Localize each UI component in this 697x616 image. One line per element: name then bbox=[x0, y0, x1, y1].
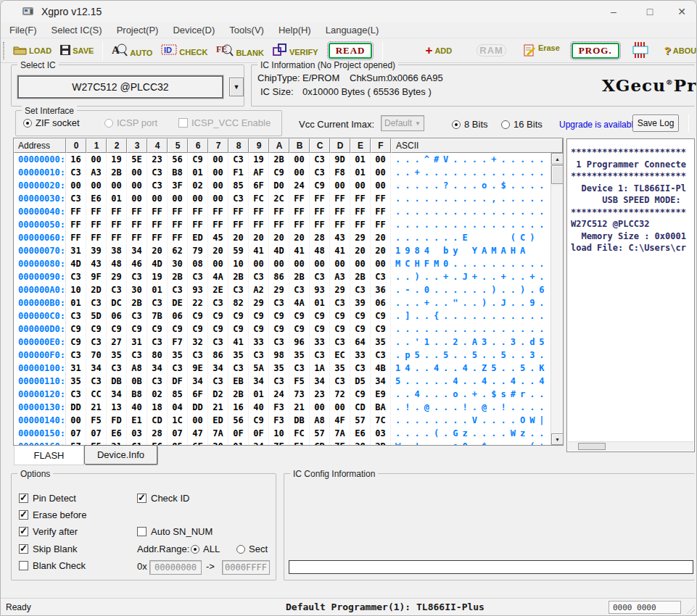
hex-byte-cell[interactable]: 00 bbox=[86, 179, 107, 192]
ram-button[interactable]: RAM bbox=[477, 44, 506, 57]
hex-byte-cell[interactable]: C9 bbox=[310, 322, 330, 336]
ic-select-dropdown-button[interactable]: ▼ bbox=[229, 78, 244, 96]
hex-byte-cell[interactable]: C3 bbox=[371, 270, 391, 283]
hex-byte-cell[interactable]: 23 bbox=[147, 153, 168, 166]
hex-byte-cell[interactable]: 43 bbox=[86, 257, 107, 270]
hex-byte-cell[interactable]: 0B bbox=[127, 375, 147, 388]
hex-byte-cell[interactable]: 16 bbox=[66, 153, 86, 166]
icsp-vcc-checkbox[interactable]: ICSP_VCC Enable bbox=[178, 117, 271, 128]
hex-byte-cell[interactable]: 29 bbox=[350, 231, 371, 244]
save-button[interactable]: SAVE bbox=[60, 45, 94, 57]
hex-byte-cell[interactable]: 36 bbox=[371, 283, 391, 296]
hex-byte-cell[interactable]: 2E bbox=[208, 283, 228, 296]
hex-byte-cell[interactable]: FF bbox=[350, 218, 371, 231]
save-log-button[interactable]: Save Log bbox=[632, 115, 679, 132]
hex-byte-cell[interactable]: C3 bbox=[310, 349, 330, 362]
hex-byte-cell[interactable]: 28 bbox=[147, 427, 168, 440]
hex-byte-cell[interactable]: 86 bbox=[269, 270, 289, 283]
addr-range-all-radio[interactable]: ALL bbox=[191, 544, 220, 554]
hex-byte-cell[interactable]: FF bbox=[127, 205, 147, 218]
hex-byte-cell[interactable]: 10 bbox=[269, 427, 289, 440]
hex-byte-cell[interactable]: D2 bbox=[208, 388, 228, 401]
hex-byte-cell[interactable]: 20 bbox=[249, 231, 269, 244]
hex-byte-cell[interactable]: 29 bbox=[249, 296, 269, 309]
hex-byte-cell[interactable]: 48 bbox=[107, 257, 127, 270]
scrollbar-thumb[interactable] bbox=[578, 443, 606, 450]
hex-byte-cell[interactable]: 98 bbox=[269, 349, 289, 362]
hex-byte-cell[interactable]: 41 bbox=[228, 336, 249, 349]
hex-body[interactable]: 00000000:1600195E2356C900C3192B00C39D010… bbox=[14, 153, 563, 445]
hex-byte-cell[interactable]: 9E bbox=[188, 362, 208, 375]
hex-byte-cell[interactable]: 01 bbox=[66, 296, 86, 309]
hex-byte-cell[interactable]: 1C bbox=[168, 414, 188, 427]
hex-byte-cell[interactable]: B8 bbox=[127, 388, 147, 401]
range-from-input[interactable]: 00000000 bbox=[149, 560, 202, 575]
hex-byte-cell[interactable]: 03 bbox=[127, 427, 147, 440]
hex-byte-cell[interactable]: F3 bbox=[269, 401, 289, 414]
hex-byte-cell[interactable]: 43 bbox=[330, 231, 350, 244]
hex-byte-cell[interactable]: C9 bbox=[350, 322, 371, 336]
hex-byte-cell[interactable]: 86 bbox=[208, 349, 228, 362]
hex-byte-cell[interactable]: 00 bbox=[330, 257, 350, 270]
hex-byte-cell[interactable]: 20 bbox=[228, 231, 249, 244]
hex-byte-cell[interactable]: 31 bbox=[66, 362, 86, 375]
hex-byte-cell[interactable]: FF bbox=[66, 231, 86, 244]
hex-byte-cell[interactable]: FF bbox=[188, 205, 208, 218]
hex-byte-cell[interactable]: 21 bbox=[289, 401, 310, 414]
hex-byte-cell[interactable]: C9 bbox=[168, 322, 188, 336]
verify-button[interactable]: VERIFY bbox=[273, 43, 318, 58]
hex-byte-cell[interactable]: C9 bbox=[249, 414, 269, 427]
hex-byte-cell[interactable]: C3 bbox=[168, 283, 188, 296]
hex-byte-cell[interactable]: 5E bbox=[127, 153, 147, 166]
hex-byte-cell[interactable]: C9 bbox=[350, 388, 371, 401]
hex-byte-cell[interactable]: C3 bbox=[269, 336, 289, 349]
hex-byte-cell[interactable]: FF bbox=[350, 205, 371, 218]
hex-byte-cell[interactable]: 00 bbox=[269, 257, 289, 270]
hex-byte-cell[interactable]: C3 bbox=[330, 336, 350, 349]
menu-item-select-ic[interactable]: Select IC(S) bbox=[44, 25, 110, 36]
hex-byte-cell[interactable]: 2B bbox=[107, 166, 127, 179]
hex-byte-cell[interactable]: C9 bbox=[371, 309, 391, 322]
hex-byte-cell[interactable]: 0F bbox=[249, 427, 269, 440]
scroll-down-button[interactable]: ▼ bbox=[551, 433, 564, 445]
hex-byte-cell[interactable]: C3 bbox=[147, 179, 168, 192]
hex-byte-cell[interactable]: 19 bbox=[147, 270, 168, 283]
hex-byte-cell[interactable]: C3 bbox=[310, 153, 330, 166]
hex-byte-cell[interactable]: DB bbox=[107, 375, 127, 388]
hex-byte-cell[interactable]: C3 bbox=[127, 270, 147, 283]
hex-byte-cell[interactable]: 2B bbox=[228, 388, 249, 401]
hex-byte-cell[interactable]: 2B bbox=[269, 153, 289, 166]
hex-editor[interactable]: Address0123456789ABCDEFASCII 00000000:16… bbox=[13, 138, 564, 446]
hex-byte-cell[interactable]: 00 bbox=[350, 257, 371, 270]
hex-byte-cell[interactable]: 27 bbox=[107, 336, 127, 349]
hex-byte-cell[interactable]: FF bbox=[269, 205, 289, 218]
hex-byte-cell[interactable]: 2C bbox=[269, 192, 289, 205]
hex-byte-cell[interactable]: 40 bbox=[127, 401, 147, 414]
hex-byte-cell[interactable]: 00 bbox=[208, 153, 228, 166]
hex-byte-cell[interactable]: 20 bbox=[350, 244, 371, 257]
hex-byte-cell[interactable]: 10 bbox=[228, 257, 249, 270]
hex-byte-cell[interactable]: 01 bbox=[147, 283, 168, 296]
hex-byte-cell[interactable]: 30 bbox=[127, 283, 147, 296]
close-button[interactable]: ✕ bbox=[666, 1, 697, 22]
hex-byte-cell[interactable]: FF bbox=[127, 218, 147, 231]
hex-byte-cell[interactable]: 39 bbox=[350, 296, 371, 309]
hex-byte-cell[interactable]: C9 bbox=[269, 322, 289, 336]
hex-byte-cell[interactable]: 00 bbox=[127, 179, 147, 192]
hex-byte-cell[interactable]: 48 bbox=[310, 244, 330, 257]
hex-byte-cell[interactable]: 85 bbox=[168, 388, 188, 401]
hex-byte-cell[interactable]: 62 bbox=[168, 244, 188, 257]
hex-byte-cell[interactable]: C3 bbox=[289, 362, 310, 375]
hex-byte-cell[interactable]: FC bbox=[147, 440, 168, 445]
hex-byte-cell[interactable]: 33 bbox=[249, 336, 269, 349]
hex-byte-cell[interactable]: FF bbox=[208, 205, 228, 218]
hex-byte-cell[interactable]: A2 bbox=[249, 283, 269, 296]
hex-byte-cell[interactable]: 85 bbox=[228, 179, 249, 192]
hex-byte-cell[interactable]: E1 bbox=[289, 440, 310, 445]
hex-byte-cell[interactable]: FF bbox=[330, 192, 350, 205]
scroll-up-button[interactable]: ▲ bbox=[551, 153, 564, 165]
hex-byte-cell[interactable]: F5 bbox=[86, 414, 107, 427]
hex-byte-cell[interactable]: 00 bbox=[249, 257, 269, 270]
prog-button[interactable]: PROG. bbox=[572, 43, 619, 59]
hex-byte-cell[interactable]: 7B bbox=[147, 309, 168, 322]
